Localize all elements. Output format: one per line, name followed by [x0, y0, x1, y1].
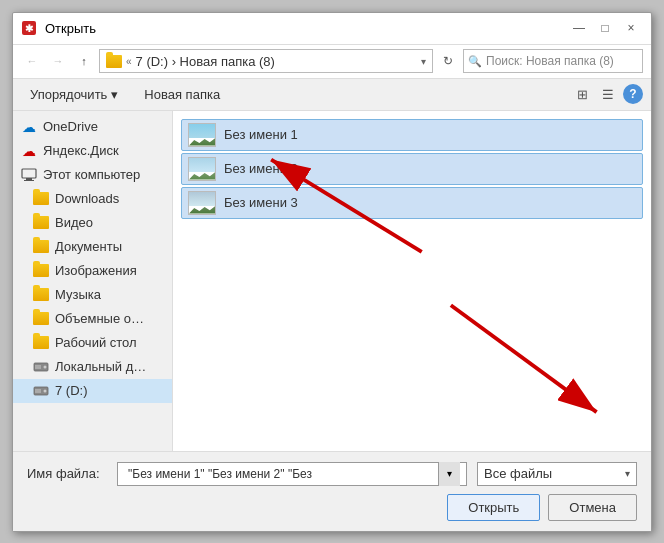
file-name-2: Без имени 2: [224, 161, 298, 176]
back-button[interactable]: ←: [21, 50, 43, 72]
search-bar[interactable]: 🔍 Поиск: Новая папка (8): [463, 49, 643, 73]
yandex-icon: ☁: [21, 143, 37, 159]
address-text: 7 (D:) › Новая папка (8): [136, 54, 417, 69]
filename-input[interactable]: "Без имени 1" "Без имени 2" "Без ▾: [117, 462, 467, 486]
sidebar-item-images[interactable]: Изображения: [13, 259, 172, 283]
address-folder-icon: [106, 55, 122, 68]
music-folder-icon: [33, 287, 49, 303]
filename-input-text: "Без имени 1" "Без имени 2" "Без: [124, 467, 438, 481]
documents-folder-icon: [33, 239, 49, 255]
toolbar-right: ⊞ ☰ ?: [571, 83, 643, 105]
sidebar-item-music[interactable]: Музыка: [13, 283, 172, 307]
sidebar-label-yandex: Яндекс.Диск: [43, 143, 119, 158]
desktop-folder-icon: [33, 335, 49, 351]
main-content: ☁ OneDrive ☁ Яндекс.Диск Этот компьютер: [13, 111, 651, 451]
maximize-button[interactable]: □: [593, 16, 617, 40]
address-dropdown-icon[interactable]: ▾: [421, 56, 426, 67]
bottom-panel: Имя файла: "Без имени 1" "Без имени 2" "…: [13, 451, 651, 531]
forward-button[interactable]: →: [47, 50, 69, 72]
view-toggle-button[interactable]: ⊞: [571, 83, 593, 105]
sidebar-label-downloads: Downloads: [55, 191, 119, 206]
sidebar-label-onedrive: OneDrive: [43, 119, 98, 134]
filename-dropdown-button[interactable]: ▾: [438, 462, 460, 486]
sidebar-label-7d: 7 (D:): [55, 383, 88, 398]
file-item-2[interactable]: Без имени 2: [181, 153, 643, 185]
svg-point-6: [44, 365, 47, 368]
file-thumbnail-3: [188, 191, 216, 215]
file-thumbnail-2: [188, 157, 216, 181]
computer-icon: [21, 167, 37, 183]
filename-row: Имя файла: "Без имени 1" "Без имени 2" "…: [27, 462, 637, 486]
filetype-text: Все файлы: [484, 466, 552, 481]
title-bar-left: ✱ Открыть: [21, 20, 96, 36]
sidebar-label-documents: Документы: [55, 239, 122, 254]
sidebar-item-video[interactable]: Видео: [13, 211, 172, 235]
filename-label: Имя файла:: [27, 466, 107, 481]
new-folder-button[interactable]: Новая папка: [135, 83, 229, 106]
sidebar-label-computer: Этот компьютер: [43, 167, 140, 182]
svg-rect-4: [24, 180, 34, 181]
svg-rect-3: [26, 178, 32, 180]
toolbar-left: Упорядочить ▾ Новая папка: [21, 83, 229, 106]
images-folder-icon: [33, 263, 49, 279]
organize-arrow-icon: ▾: [111, 87, 118, 102]
sidebar-label-local-disk: Локальный диск...: [55, 359, 150, 374]
7d-disk-icon: [33, 383, 49, 399]
up-button[interactable]: ↑: [73, 50, 95, 72]
svg-rect-2: [22, 169, 36, 178]
sidebar-item-documents[interactable]: Документы: [13, 235, 172, 259]
sidebar-item-yandex[interactable]: ☁ Яндекс.Диск: [13, 139, 172, 163]
file-item-1[interactable]: Без имени 1: [181, 119, 643, 151]
file-area: Без имени 1 Без имени 2 Без им: [173, 111, 651, 451]
sidebar-item-7d[interactable]: 7 (D:): [13, 379, 172, 403]
sidebar-label-desktop: Рабочий стол: [55, 335, 137, 350]
sidebar-label-video: Видео: [55, 215, 93, 230]
title-bar: ✱ Открыть — □ ×: [13, 13, 651, 45]
buttons-row: Открыть Отмена: [27, 494, 637, 521]
organize-label: Упорядочить: [30, 87, 107, 102]
file-name-1: Без имени 1: [224, 127, 298, 142]
sidebar-item-onedrive[interactable]: ☁ OneDrive: [13, 115, 172, 139]
filetype-chevron-icon: ▾: [625, 468, 630, 479]
local-disk-icon: [33, 359, 49, 375]
help-button[interactable]: ?: [623, 84, 643, 104]
cancel-button[interactable]: Отмена: [548, 494, 637, 521]
sidebar-item-downloads[interactable]: Downloads: [13, 187, 172, 211]
file-thumbnail-1: [188, 123, 216, 147]
video-folder-icon: [33, 215, 49, 231]
open-dialog: ✱ Открыть — □ × ← → ↑ « 7 (D:) › Новая п…: [12, 12, 652, 532]
sidebar-item-desktop[interactable]: Рабочий стол: [13, 331, 172, 355]
sidebar-item-local-disk[interactable]: Локальный диск...: [13, 355, 172, 379]
sidebar-item-computer[interactable]: Этот компьютер: [13, 163, 172, 187]
toolbar: Упорядочить ▾ Новая папка ⊞ ☰ ?: [13, 79, 651, 111]
refresh-button[interactable]: ↻: [437, 50, 459, 72]
svg-point-10: [44, 389, 47, 392]
address-bar[interactable]: « 7 (D:) › Новая папка (8) ▾: [99, 49, 433, 73]
organize-button[interactable]: Упорядочить ▾: [21, 83, 127, 106]
filetype-select[interactable]: Все файлы ▾: [477, 462, 637, 486]
sidebar-item-objects[interactable]: Объемные объе...: [13, 307, 172, 331]
sidebar-label-images: Изображения: [55, 263, 137, 278]
open-button[interactable]: Открыть: [447, 494, 540, 521]
view-list-button[interactable]: ☰: [597, 83, 619, 105]
file-item-3[interactable]: Без имени 3: [181, 187, 643, 219]
objects-folder-icon: [33, 311, 49, 327]
nav-bar: ← → ↑ « 7 (D:) › Новая папка (8) ▾ ↻ 🔍 П…: [13, 45, 651, 79]
sidebar: ☁ OneDrive ☁ Яндекс.Диск Этот компьютер: [13, 111, 173, 451]
search-text: Поиск: Новая папка (8): [486, 54, 614, 68]
downloads-folder-icon: [33, 191, 49, 207]
onedrive-icon: ☁: [21, 119, 37, 135]
file-list: Без имени 1 Без имени 2 Без им: [181, 119, 643, 219]
svg-line-16: [451, 305, 597, 412]
address-chevron-icon: «: [126, 56, 132, 67]
title-bar-controls: — □ ×: [567, 16, 643, 40]
search-icon: 🔍: [468, 55, 482, 68]
sidebar-label-objects: Объемные объе...: [55, 311, 150, 326]
app-icon: ✱: [21, 20, 37, 36]
file-name-3: Без имени 3: [224, 195, 298, 210]
sidebar-label-music: Музыка: [55, 287, 101, 302]
minimize-button[interactable]: —: [567, 16, 591, 40]
dialog-title: Открыть: [45, 21, 96, 36]
svg-text:✱: ✱: [25, 23, 34, 34]
close-button[interactable]: ×: [619, 16, 643, 40]
